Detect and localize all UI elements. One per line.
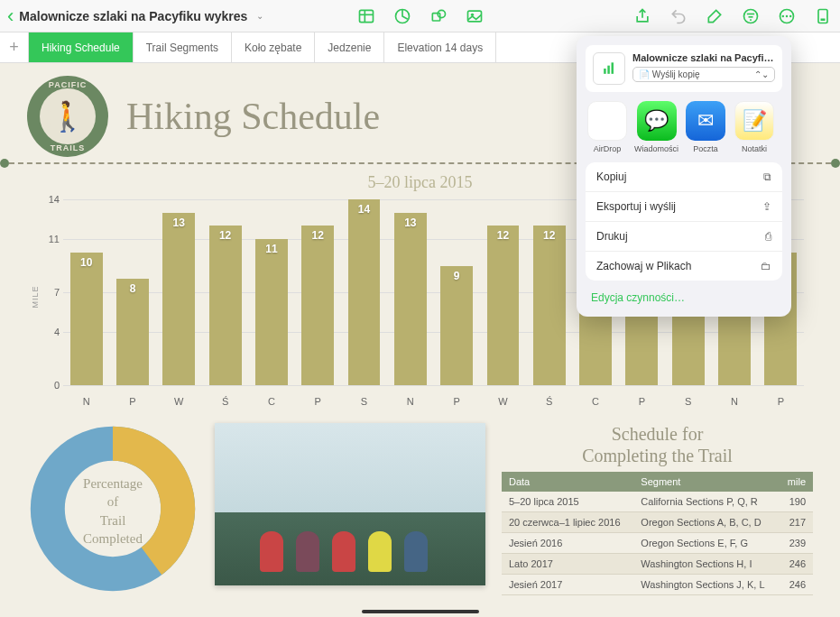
schedule-table-wrap: Schedule forCompleting the Trail DataSeg…: [502, 423, 813, 595]
media-icon[interactable]: [465, 6, 485, 26]
tab-koło-zębate[interactable]: Koło zębate: [232, 32, 315, 62]
schedule-table[interactable]: DataSegmentmile 5–20 lipca 2015Californi…: [502, 472, 813, 595]
x-label: P: [619, 396, 665, 407]
bar[interactable]: 12: [533, 226, 566, 385]
bar-value: 12: [543, 229, 555, 242]
x-label: P: [295, 396, 341, 407]
share-icon[interactable]: [632, 6, 652, 26]
table-row[interactable]: 5–20 lipca 2015California Sections P, Q,…: [502, 492, 813, 512]
share-doc-icon: [593, 52, 625, 85]
share-app-poczta[interactable]: ✉Poczta: [684, 101, 727, 153]
app-icon: 💬: [637, 101, 677, 141]
bar-value: 13: [404, 216, 416, 229]
page-title: Hiking Schedule: [126, 95, 380, 138]
share-app-airdrop[interactable]: ◎AirDrop: [586, 101, 629, 153]
share-mode-select[interactable]: 📄 Wyślij kopię⌃⌄: [632, 67, 775, 82]
y-tick: 4: [54, 327, 60, 337]
svg-rect-20: [604, 69, 606, 74]
table-icon[interactable]: [356, 6, 376, 26]
col-header[interactable]: Data: [502, 472, 633, 492]
y-tick: 7: [54, 287, 60, 298]
bar-value: 12: [497, 229, 509, 242]
trail-logo: PACIFIC TRAILS SCENIC 🚶: [27, 76, 108, 157]
bar[interactable]: 14: [348, 199, 381, 385]
tab-trail-segments[interactable]: Trail Segments: [134, 32, 232, 62]
bar[interactable]: 9: [440, 266, 473, 385]
bar-value: 13: [173, 216, 185, 229]
y-tick: 14: [49, 194, 60, 205]
y-tick: 0: [54, 380, 60, 391]
back-button[interactable]: ‹: [7, 5, 14, 28]
x-label: C: [572, 396, 618, 407]
document-title[interactable]: Malownicze szlaki na Pacyfiku wykres: [19, 9, 247, 23]
more-icon[interactable]: [777, 6, 797, 26]
x-label: P: [434, 396, 480, 407]
filter-icon[interactable]: [741, 6, 761, 26]
bar[interactable]: 13: [162, 213, 195, 385]
y-tick: 11: [49, 234, 60, 244]
share-action-drukuj[interactable]: Drukuj⎙: [586, 222, 782, 252]
bar-value: 9: [454, 270, 460, 282]
tab-hiking-schedule[interactable]: Hiking Schedule: [29, 32, 134, 62]
bar-value: 12: [219, 229, 231, 242]
bar-value: 8: [130, 282, 136, 295]
table-row[interactable]: Jesień 2017Washington Sections J, K, L24…: [502, 575, 813, 595]
share-app-notatki[interactable]: 📝Notatki: [733, 101, 776, 153]
action-icon: ⧉: [763, 170, 771, 183]
table-row[interactable]: 20 czerwca–1 lipiec 2016Oregon Sections …: [502, 512, 813, 533]
share-action-zachowaj-w-plikach[interactable]: Zachowaj w Plikach🗀: [586, 252, 782, 281]
x-label: N: [387, 396, 433, 407]
bar-value: 12: [312, 229, 324, 242]
bar[interactable]: 12: [487, 226, 520, 385]
share-action-kopiuj[interactable]: Kopiuj⧉: [586, 162, 782, 192]
share-app-wiadomości[interactable]: 💬Wiadomości: [634, 101, 678, 153]
doc-icon[interactable]: [813, 6, 833, 26]
svg-rect-0: [359, 10, 373, 22]
chevron-updown-icon: ⌃⌄: [754, 69, 769, 79]
share-action-eksportuj-i-wyślij[interactable]: Eksportuj i wyślij⇪: [586, 192, 782, 222]
bar-value: 14: [358, 203, 370, 216]
col-header[interactable]: Segment: [633, 472, 779, 492]
x-label: Ś: [526, 396, 572, 407]
y-axis-label: MILE: [31, 285, 40, 308]
app-icon: 📝: [734, 101, 774, 141]
add-sheet-button[interactable]: +: [0, 32, 29, 62]
bar[interactable]: 8: [116, 279, 149, 385]
edit-actions-link[interactable]: Edycja czynności…: [586, 288, 782, 308]
x-label: Ś: [202, 396, 248, 407]
tab-elevation-14-days[interactable]: Elevation 14 days: [384, 32, 496, 62]
bar[interactable]: 12: [209, 226, 242, 385]
x-label: W: [480, 396, 526, 407]
table-title: Schedule forCompleting the Trail: [502, 423, 813, 466]
chart-icon[interactable]: [392, 6, 412, 26]
bar[interactable]: 10: [70, 253, 103, 385]
x-label: W: [156, 396, 202, 407]
table-row[interactable]: Lato 2017Washington Sections H, I246: [502, 554, 813, 575]
x-label: N: [63, 396, 109, 407]
svg-point-15: [789, 14, 792, 17]
shapes-icon[interactable]: [429, 6, 448, 26]
hiker-icon: 🚶: [50, 99, 86, 134]
svg-point-14: [786, 14, 789, 17]
brush-icon[interactable]: [705, 6, 725, 26]
x-label: S: [665, 396, 711, 407]
bar[interactable]: 12: [301, 226, 334, 385]
x-label: P: [758, 396, 804, 407]
chevron-down-icon[interactable]: ⌄: [256, 11, 263, 21]
svg-rect-16: [818, 9, 827, 23]
action-icon: ⎙: [765, 230, 771, 243]
undo-icon[interactable]: [669, 6, 688, 26]
bar-value: 10: [80, 256, 92, 269]
col-header[interactable]: mile: [779, 472, 813, 492]
tab-jedzenie[interactable]: Jedzenie: [315, 32, 384, 62]
bar-value: 11: [265, 243, 277, 255]
donut-chart[interactable]: PercentageofTrailCompleted: [27, 423, 198, 598]
app-icon: ✉: [686, 101, 725, 141]
photo[interactable]: [215, 423, 485, 585]
bar[interactable]: 13: [394, 213, 427, 385]
x-label: P: [109, 396, 155, 407]
share-app-fi[interactable]: Fi: [781, 101, 782, 153]
bar[interactable]: 11: [255, 239, 288, 385]
action-icon: ⇪: [762, 200, 771, 213]
table-row[interactable]: Jesień 2016Oregon Sections E, F, G239: [502, 533, 813, 554]
